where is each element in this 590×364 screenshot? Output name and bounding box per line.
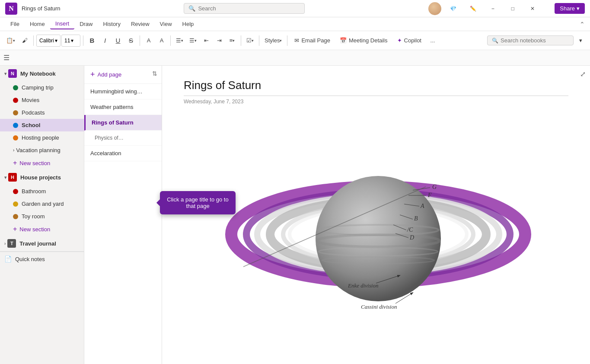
section-movies[interactable]: Movies — [0, 94, 84, 106]
house-projects-new-section[interactable]: + New section — [0, 223, 84, 236]
school-dot — [13, 123, 18, 128]
bathroom-label: Bathroom — [22, 188, 46, 195]
search-notebooks-input[interactable] — [501, 37, 569, 44]
copilot-icon: ✦ — [397, 37, 402, 44]
menu-insert[interactable]: Insert — [50, 19, 75, 29]
saturn-diagram: G F A B /C D — [184, 113, 568, 321]
hamburger-menu-button[interactable]: ☰ — [3, 54, 10, 62]
add-page-button[interactable]: + Add page — [84, 66, 162, 84]
align-button[interactable]: ≡▾ — [226, 34, 238, 48]
house-projects-header[interactable]: ▾ H House projects — [0, 169, 84, 185]
avatar[interactable] — [428, 2, 441, 15]
collapse-ribbon-button[interactable]: ⌃ — [580, 21, 585, 28]
font-color-button[interactable]: A — [156, 34, 168, 48]
search-input[interactable] — [198, 5, 300, 12]
search-notebooks-bar[interactable]: 🔍 — [487, 35, 574, 45]
styles-button[interactable]: Styles▾ — [262, 34, 284, 48]
divider-1 — [33, 35, 34, 46]
more-button[interactable]: ... — [427, 34, 439, 48]
my-notebook-group: ▾ N My Notebook Camping trip Movies Podc… — [0, 66, 84, 169]
house-projects-new-section-label: New section — [19, 226, 50, 233]
my-notebook-label: My Notebook — [20, 70, 56, 77]
share-button[interactable]: Share ▾ — [555, 3, 585, 14]
page-physics[interactable]: Physics of… — [84, 131, 162, 146]
highlight-button[interactable]: A — [143, 34, 155, 48]
indent-button[interactable]: ⇥ — [213, 34, 225, 48]
checkbox-button[interactable]: ☑▾ — [244, 34, 256, 48]
section-school[interactable]: School — [0, 119, 84, 131]
tooltip-text: Click a page title to go to that page — [167, 196, 228, 209]
section-camping-trip[interactable]: Camping trip — [0, 81, 84, 94]
menu-history[interactable]: History — [98, 19, 126, 29]
onenote-logo-letter: N — [9, 5, 14, 13]
quick-notes-label: Quick notes — [15, 256, 45, 262]
format-painter-button[interactable]: 🖌 — [19, 34, 31, 48]
section-podcasts[interactable]: Podcasts — [0, 106, 84, 119]
svg-text:B: B — [414, 215, 418, 222]
meeting-details-button[interactable]: 📅 Meeting Details — [335, 35, 392, 45]
email-icon: ✉ — [294, 37, 299, 44]
menu-file[interactable]: File — [5, 19, 25, 29]
my-notebook-header[interactable]: ▾ N My Notebook — [0, 66, 84, 81]
secondary-toolbar: ☰ — [0, 50, 590, 66]
menu-help[interactable]: Help — [177, 19, 199, 29]
page-rings-of-saturn[interactable]: Rings of Saturn — [84, 115, 162, 131]
divider-6 — [259, 35, 259, 46]
svg-text:A: A — [420, 203, 424, 209]
bullets-button[interactable]: ☰▾ — [173, 34, 186, 48]
section-toy-room[interactable]: Toy room — [0, 210, 84, 223]
page-weather-patterns[interactable]: Weather patterns — [84, 99, 162, 115]
tooltip: Click a page title to go to that page — [160, 191, 236, 214]
section-garden[interactable]: Garden and yard — [0, 198, 84, 210]
movies-label: Movies — [22, 97, 39, 103]
strikethrough-button[interactable]: S — [125, 34, 137, 48]
menu-home[interactable]: Home — [25, 19, 50, 29]
close-button[interactable]: ✕ — [523, 2, 542, 16]
maximize-button[interactable]: □ — [503, 2, 523, 16]
section-hosting-people[interactable]: Hosting people — [0, 131, 84, 144]
hosting-dot — [13, 135, 18, 140]
search-bar[interactable]: 🔍 — [184, 3, 305, 14]
quick-notes-item[interactable]: 📄 Quick notes — [0, 252, 84, 266]
sort-pages-button[interactable]: ⇅ — [152, 70, 157, 77]
copilot-button[interactable]: ✦ Copilot — [393, 35, 426, 45]
underline-button[interactable]: U — [112, 34, 124, 48]
sidebar-bottom: 📄 Quick notes — [0, 251, 84, 266]
font-family-dropdown[interactable]: Calibri ▾ — [36, 35, 61, 47]
page-accelaration-label: Accelaration — [90, 150, 121, 156]
diamond-icon[interactable]: 💎 — [443, 2, 463, 16]
meeting-icon: 📅 — [340, 37, 347, 44]
numbering-button[interactable]: ☰▾ — [187, 34, 199, 48]
svg-text:F: F — [427, 192, 432, 198]
menu-draw[interactable]: Draw — [74, 19, 98, 29]
divider-5 — [241, 35, 241, 46]
font-family-chevron: ▾ — [55, 38, 57, 44]
title-bar: N Rings of Saturn 🔍 💎 ✏️ − □ ✕ Share ▾ — [0, 0, 590, 17]
minimize-button[interactable]: − — [483, 2, 503, 16]
page-hummingbird[interactable]: Hummingbird wing… — [84, 84, 162, 99]
menu-review[interactable]: Review — [126, 19, 155, 29]
search-notebooks-expand[interactable]: ▾ — [574, 34, 587, 48]
outdent-button[interactable]: ⇤ — [200, 34, 212, 48]
page-physics-label: Physics of… — [95, 135, 124, 141]
page-accelaration[interactable]: Accelaration — [84, 146, 162, 161]
bathroom-dot — [13, 189, 18, 194]
expand-button[interactable]: ⤢ — [580, 70, 586, 78]
hosting-label: Hosting people — [22, 134, 59, 141]
travel-journal-header[interactable]: › T Travel journal — [0, 236, 84, 251]
section-bathroom[interactable]: Bathroom — [0, 185, 84, 198]
divider-2 — [83, 35, 83, 46]
garden-label: Garden and yard — [22, 201, 64, 207]
section-vacation-planning[interactable]: › Vacation planning — [0, 144, 84, 156]
menu-view[interactable]: View — [155, 19, 177, 29]
italic-button[interactable]: I — [99, 34, 111, 48]
house-projects-icon: H — [8, 173, 17, 182]
font-size-dropdown[interactable]: 11 ▾ — [61, 35, 80, 47]
clipboard-button[interactable]: 📋▾ — [3, 34, 18, 48]
email-page-button[interactable]: ✉ Email Page — [290, 35, 334, 45]
school-label: School — [22, 122, 40, 128]
my-notebook-new-section[interactable]: + New section — [0, 156, 84, 169]
edit-icon[interactable]: ✏️ — [463, 2, 483, 16]
bold-button[interactable]: B — [86, 34, 98, 48]
menu-bar: File Home Insert Draw History Review Vie… — [0, 17, 590, 31]
